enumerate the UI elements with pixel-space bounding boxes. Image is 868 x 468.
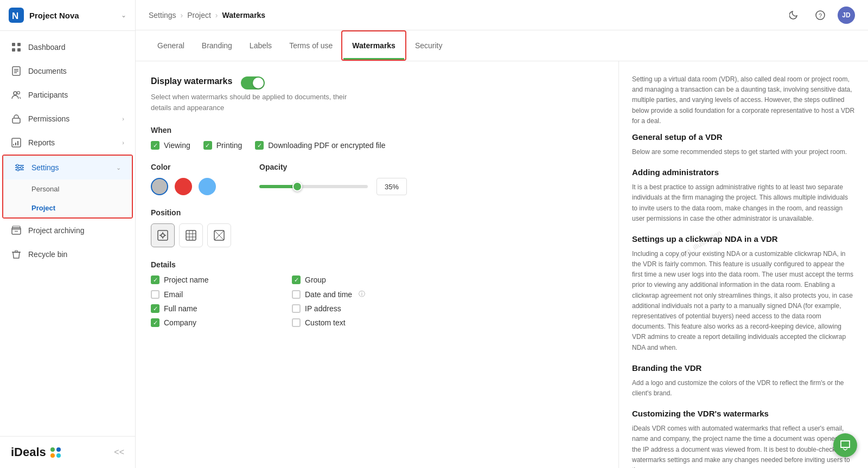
right-section-heading-3: Branding the VDR (632, 362, 855, 375)
breadcrumb-settings[interactable]: Settings (149, 11, 176, 20)
custom-text-checkbox[interactable] (292, 318, 301, 327)
detail-date-time[interactable]: Date and time ⓘ (292, 290, 411, 299)
tab-watermarks[interactable]: Watermarks (343, 31, 404, 60)
ideals-n-icon: N (9, 8, 24, 23)
printing-checkbox-item[interactable]: ✓ Printing (203, 141, 242, 150)
sidebar-logo-area[interactable]: N Project Nova (9, 8, 79, 23)
color-opacity-section: Color Opacity 35% (151, 163, 603, 195)
tab-terms-of-use[interactable]: Terms of use (280, 31, 341, 60)
color-gray-button[interactable] (151, 178, 168, 195)
opacity-input[interactable]: 35% (376, 178, 407, 195)
tab-security[interactable]: Security (406, 31, 451, 60)
main-panel: Display watermarks Select when watermark… (136, 61, 618, 468)
company-checkbox[interactable]: ✓ (151, 318, 159, 327)
printing-checkbox[interactable]: ✓ (203, 141, 212, 150)
sidebar-item-settings[interactable]: Settings ⌄ (3, 156, 132, 179)
sidebar-nav: Dashboard Documents Participants Permiss… (0, 31, 135, 436)
tab-labels[interactable]: Labels (241, 31, 280, 60)
sidebar-item-label: Project archiving (28, 226, 85, 235)
email-checkbox[interactable] (151, 290, 159, 299)
detail-full-name[interactable]: ✓ Full name (151, 304, 270, 313)
ideals-logo: iDeals (11, 445, 61, 459)
position-title: Position (151, 208, 603, 217)
sidebar-item-dashboard[interactable]: Dashboard (0, 35, 135, 59)
reports-icon (11, 137, 22, 148)
chat-icon (839, 439, 851, 451)
detail-custom-text[interactable]: Custom text (292, 318, 411, 327)
detail-ip-address[interactable]: IP address (292, 304, 411, 313)
ip-address-checkbox[interactable] (292, 304, 301, 313)
detail-group[interactable]: ✓ Group (292, 275, 411, 284)
color-blue-button[interactable] (199, 178, 216, 195)
date-time-checkbox[interactable] (292, 290, 301, 299)
downloading-checkbox[interactable]: ✓ (255, 141, 264, 150)
main-area: Settings › Project › Watermarks ? JD Gen… (136, 0, 868, 468)
detail-email[interactable]: Email (151, 290, 270, 299)
right-section-heading-4: Customizing the VDR's watermarks (632, 407, 855, 420)
downloading-check-icon: ✓ (257, 142, 262, 149)
color-red-button[interactable] (175, 178, 192, 195)
group-checkbox[interactable]: ✓ (292, 275, 301, 284)
printing-label: Printing (216, 141, 242, 150)
tab-general[interactable]: General (149, 31, 193, 60)
chat-button[interactable] (833, 433, 857, 457)
opacity-title: Opacity (259, 163, 603, 171)
svg-point-21 (21, 166, 23, 169)
sidebar-item-project[interactable]: Project (3, 198, 132, 217)
toggle-knob (253, 78, 264, 88)
collapse-sidebar-button[interactable]: << (114, 447, 124, 457)
group-label: Group (305, 275, 326, 284)
svg-point-31 (161, 234, 164, 237)
trash-icon (11, 249, 22, 260)
position-expand-button[interactable] (207, 223, 231, 247)
sidebar-item-label: Documents (28, 67, 67, 75)
sidebar-item-label: Settings (31, 163, 59, 172)
breadcrumb-sep-2: › (215, 11, 218, 20)
viewing-checkbox[interactable]: ✓ (151, 141, 159, 150)
sidebar-item-personal[interactable]: Personal (3, 179, 132, 198)
sidebar-item-reports[interactable]: Reports › (0, 131, 135, 155)
ideals-dots (50, 447, 61, 458)
watermarks-toggle[interactable] (241, 76, 265, 89)
topbar-actions: ? JD (786, 7, 855, 24)
svg-text:?: ? (819, 12, 822, 19)
ideals-dot-orange (50, 453, 55, 458)
viewing-check-icon: ✓ (153, 142, 158, 149)
settings-content: Display watermarks Select when watermark… (136, 61, 618, 355)
svg-rect-4 (12, 48, 15, 52)
help-button[interactable]: ? (812, 7, 829, 24)
breadcrumb-project[interactable]: Project (187, 11, 211, 20)
ip-address-label: IP address (305, 304, 341, 313)
sidebar-item-project-archiving[interactable]: Project archiving (0, 219, 135, 242)
position-buttons (151, 223, 603, 247)
sidebar-item-permissions[interactable]: Permissions › (0, 107, 135, 131)
tab-watermarks-wrapper: Watermarks (341, 30, 406, 61)
details-section: Details ✓ Project name ✓ Group (151, 260, 603, 327)
project-name-checkbox[interactable]: ✓ (151, 275, 159, 284)
dark-mode-button[interactable] (786, 7, 803, 24)
printing-check-icon: ✓ (205, 142, 210, 149)
detail-project-name[interactable]: ✓ Project name (151, 275, 270, 284)
when-title: When (151, 126, 603, 134)
opacity-slider-row: 35% (259, 178, 603, 195)
breadcrumb: Settings › Project › Watermarks (149, 11, 265, 20)
viewing-checkbox-item[interactable]: ✓ Viewing (151, 141, 190, 150)
sidebar-item-recycle-bin[interactable]: Recycle bin (0, 242, 135, 266)
tab-branding[interactable]: Branding (193, 31, 241, 60)
reports-chevron-icon: › (122, 139, 124, 146)
svg-point-11 (17, 92, 20, 94)
downloading-checkbox-item[interactable]: ✓ Downloading PDF or encrypted file (255, 141, 385, 150)
position-grid-button[interactable] (179, 223, 203, 247)
opacity-slider-track[interactable] (259, 185, 368, 188)
user-avatar[interactable]: JD (838, 7, 855, 24)
svg-point-22 (17, 169, 19, 171)
position-center-button[interactable] (151, 223, 175, 247)
full-name-checkbox[interactable]: ✓ (151, 304, 159, 313)
project-chevron-icon[interactable]: ⌄ (121, 11, 126, 19)
sidebar-item-participants[interactable]: Participants (0, 83, 135, 107)
full-name-label: Full name (164, 304, 197, 313)
sidebar-item-documents[interactable]: Documents (0, 59, 135, 83)
opacity-slider-thumb[interactable] (292, 182, 302, 191)
detail-company[interactable]: ✓ Company (151, 318, 270, 327)
project-name-label: Project name (164, 275, 208, 284)
